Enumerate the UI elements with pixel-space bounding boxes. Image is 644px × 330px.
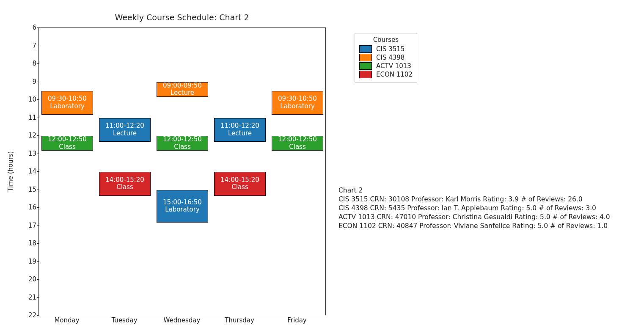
course-block: 12:00-12:50Class [157, 136, 208, 151]
course-block: 09:00-09:50Lecture [157, 82, 208, 97]
legend-swatch [359, 71, 372, 78]
legend-row: CIS 3515 [359, 45, 413, 53]
y-axis-label-text: Time (hours) [7, 151, 14, 191]
y-tick: 15 [23, 186, 36, 193]
x-tick-day: Monday [38, 316, 96, 324]
course-block-type: Lecture [171, 89, 194, 97]
legend-rows-container: CIS 3515CIS 4398ACTV 1013ECON 1102 [359, 45, 413, 78]
y-tick: 9 [23, 78, 36, 85]
legend-swatch [359, 62, 372, 70]
legend-label: ACTV 1013 [376, 62, 411, 70]
x-tick-day: Wednesday [153, 316, 211, 324]
info-line: ACTV 1013 CRN: 47010 Professor: Christin… [339, 213, 610, 222]
legend-row: ECON 1102 [359, 71, 413, 78]
y-tick: 8 [23, 60, 36, 67]
legend-label: CIS 3515 [376, 45, 405, 53]
course-block: 14:00-15:20Class [214, 172, 266, 196]
course-block-time: 12:00-12:50 [48, 136, 87, 143]
info-lines-container: CIS 3515 CRN: 30108 Professor: Karl Morr… [339, 195, 610, 231]
course-block: 09:30-10:50Laboratory [272, 91, 323, 115]
y-tick: 13 [23, 150, 36, 157]
course-block-type: Class [116, 184, 133, 191]
page-root: Weekly Course Schedule: Chart 2 Time (ho… [0, 0, 644, 330]
legend-swatch [359, 45, 372, 53]
info-line: CIS 3515 CRN: 30108 Professor: Karl Morr… [339, 195, 610, 204]
info-heading: Chart 2 [339, 186, 610, 195]
y-tick: 11 [23, 114, 36, 121]
course-block-type: Lecture [228, 130, 252, 138]
legend-swatch [359, 54, 372, 61]
legend-label: CIS 4398 [376, 54, 405, 61]
y-tick: 6 [23, 24, 36, 31]
info-line: CIS 4398 CRN: 5435 Professor: Ian T. App… [339, 204, 610, 213]
course-block-type: Class [59, 143, 75, 151]
course-block-type: Laboratory [280, 103, 315, 110]
chart-title: Weekly Course Schedule: Chart 2 [38, 13, 326, 22]
x-tick-day: Thursday [211, 316, 268, 324]
course-block: 09:30-10:50Laboratory [41, 91, 93, 115]
course-block: 11:00-12:20Lecture [99, 118, 151, 142]
course-block: 12:00-12:50Class [272, 136, 323, 151]
info-line: ECON 1102 CRN: 40847 Professor: Viviane … [339, 222, 610, 231]
y-tick: 18 [23, 239, 36, 247]
y-tick: 22 [23, 311, 36, 319]
x-tick-day: Tuesday [96, 316, 153, 324]
y-tick: 19 [23, 258, 36, 265]
course-block-time: 12:00-12:50 [163, 136, 202, 143]
course-block-time: 15:00-16:50 [163, 199, 202, 206]
course-block-type: Class [231, 184, 248, 191]
x-tick-day: Friday [268, 316, 326, 324]
course-block-time: 09:30-10:50 [48, 95, 87, 103]
legend-row: CIS 4398 [359, 54, 413, 61]
course-block-time: 09:00-09:50 [163, 82, 202, 90]
info-panel: Chart 2 CIS 3515 CRN: 30108 Professor: K… [339, 186, 610, 231]
course-block-type: Class [289, 143, 305, 151]
course-block-time: 14:00-15:20 [220, 176, 259, 184]
y-tick: 17 [23, 222, 36, 229]
course-block-time: 11:00-12:20 [105, 122, 144, 130]
course-block-type: Laboratory [165, 206, 200, 214]
course-block: 14:00-15:20Class [99, 172, 151, 196]
course-block: 15:00-16:50Laboratory [157, 190, 208, 223]
y-tick: 14 [23, 168, 36, 175]
chart-legend: Courses CIS 3515CIS 4398ACTV 1013ECON 11… [355, 33, 417, 83]
y-tick: 7 [23, 42, 36, 50]
course-block-time: 11:00-12:20 [220, 122, 259, 130]
legend-title: Courses [359, 36, 413, 44]
course-block-type: Laboratory [50, 103, 85, 110]
y-tick: 12 [23, 132, 36, 139]
course-block-time: 09:30-10:50 [278, 95, 317, 103]
course-block: 12:00-12:50Class [41, 136, 93, 151]
legend-label: ECON 1102 [376, 71, 413, 78]
y-tick: 20 [23, 275, 36, 283]
y-tick: 16 [23, 204, 36, 211]
chart-plot-area: 09:30-10:50Laboratory12:00-12:50Class11:… [38, 28, 326, 315]
y-tick: 10 [23, 96, 36, 103]
course-block-type: Class [174, 143, 190, 151]
course-block-type: Lecture [113, 130, 137, 138]
y-tick: 21 [23, 294, 36, 301]
course-block-time: 14:00-15:20 [105, 176, 144, 184]
course-block-time: 12:00-12:50 [278, 136, 317, 143]
legend-row: ACTV 1013 [359, 62, 413, 70]
course-block: 11:00-12:20Lecture [214, 118, 266, 142]
y-axis-label: Time (hours) [6, 28, 15, 315]
